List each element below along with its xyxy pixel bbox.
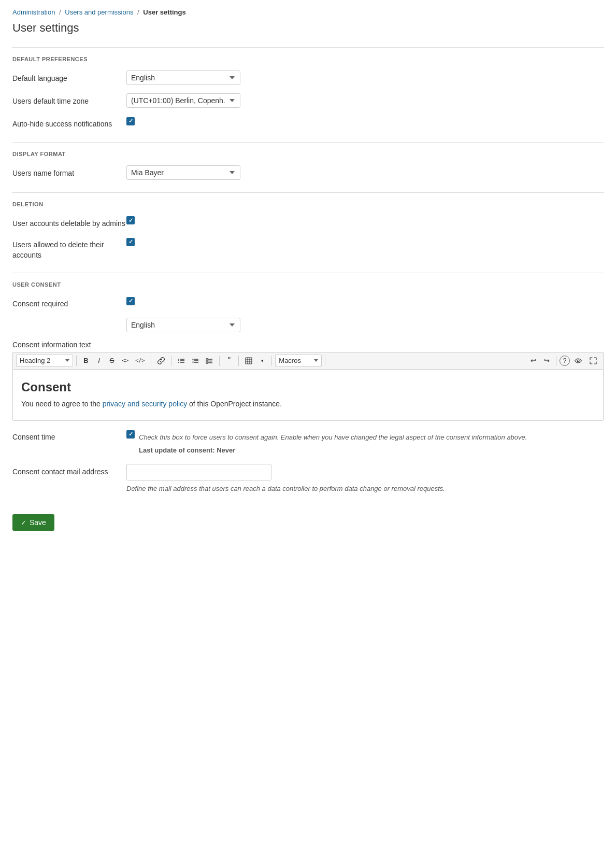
toolbar-strikethrough-btn[interactable]: S	[106, 355, 118, 367]
svg-rect-14	[206, 360, 208, 362]
svg-point-2	[178, 360, 179, 361]
toolbar-divider-2	[151, 356, 151, 366]
toolbar-divider-6	[271, 356, 272, 366]
toolbar-fullscreen-btn[interactable]	[586, 355, 600, 367]
save-icon: ✓	[21, 519, 26, 527]
toolbar-table-btn[interactable]	[242, 355, 255, 367]
control-users-delete-own	[126, 237, 604, 246]
toolbar-group-heading: Heading 1 Heading 2 Heading 3 Paragraph	[16, 355, 73, 367]
breadcrumb-admin-link[interactable]: Administration	[12, 8, 55, 16]
select-consent-language[interactable]: English German French	[126, 318, 240, 332]
label-users-name-format: Users name format	[12, 165, 126, 179]
control-auto-hide	[126, 116, 604, 125]
section-display-format: DISPLAY FORMAT Users name format Mia Bay…	[12, 142, 604, 180]
editor-content-area[interactable]: Consent You need to agree to the privacy…	[12, 369, 604, 421]
section-title-deletion: DELETION	[12, 201, 604, 207]
toolbar-divider-1	[76, 356, 77, 366]
toolbar-group-blockquote: "	[223, 355, 235, 367]
row-consent-info: Consent information text Heading 1 Headi…	[12, 341, 604, 421]
label-consent-language-empty	[12, 318, 126, 321]
control-default-language: English German French Spanish	[126, 70, 604, 85]
control-consent-contact: Define the mail address that users can r…	[126, 464, 604, 494]
editor-body-text-after: of this OpenProject instance.	[187, 400, 282, 408]
consent-contact-help-text: Define the mail address that users can r…	[126, 484, 604, 494]
label-deletable-by-admins: User accounts deletable by admins	[12, 216, 126, 229]
label-consent-contact: Consent contact mail address	[12, 464, 126, 477]
row-consent-language: English German French	[12, 318, 604, 332]
label-auto-hide: Auto-hide success notifications	[12, 116, 126, 130]
toolbar-group-formatting: B I S <> </>	[80, 355, 148, 367]
label-default-timezone: Users default time zone	[12, 93, 126, 107]
select-default-language[interactable]: English German French Spanish	[126, 70, 240, 85]
input-consent-contact-mail[interactable]	[126, 464, 271, 480]
checkbox-consent-required[interactable]	[126, 297, 135, 305]
toolbar-help-btn[interactable]: ?	[560, 356, 570, 366]
section-user-consent: USER CONSENT Consent required English Ge…	[12, 273, 604, 493]
toolbar-table-dropdown-btn[interactable]: ▾	[256, 355, 268, 367]
control-consent-language: English German French	[126, 318, 604, 332]
select-macros[interactable]: Macros	[275, 355, 322, 367]
svg-point-0	[178, 359, 179, 360]
toolbar-right-group: ↩ ↪ ?	[527, 355, 600, 367]
save-label: Save	[30, 518, 46, 527]
select-heading[interactable]: Heading 1 Heading 2 Heading 3 Paragraph	[16, 355, 73, 367]
toolbar-inline-code-btn[interactable]: <>	[119, 355, 132, 367]
control-users-name-format: Mia Bayer Bayer, Mia mia_bayer	[126, 165, 604, 180]
svg-point-4	[178, 362, 179, 363]
select-default-timezone[interactable]: (UTC+01:00) Berlin, Copenh...	[126, 93, 240, 108]
toolbar-preview-btn[interactable]	[571, 355, 585, 367]
toolbar-group-macros: Macros	[275, 355, 322, 367]
row-deletable-by-admins: User accounts deletable by admins	[12, 216, 604, 229]
page-title: User settings	[12, 21, 604, 35]
toolbar-divider-8	[556, 356, 556, 366]
row-default-language: Default language English German French S…	[12, 70, 604, 85]
row-users-name-format: Users name format Mia Bayer Bayer, Mia m…	[12, 165, 604, 180]
control-consent-time: Check this box to force users to consent…	[126, 429, 604, 456]
checkbox-deletable-by-admins[interactable]	[126, 216, 135, 224]
toolbar-bold-btn[interactable]: B	[80, 355, 92, 367]
editor-toolbar: Heading 1 Heading 2 Heading 3 Paragraph …	[12, 352, 604, 369]
section-title-default-preferences: DEFAULT PREFERENCES	[12, 56, 604, 62]
toolbar-numbered-list-btn[interactable]: 1.2.3.	[189, 355, 202, 367]
consent-time-last-update: Last update of consent: Never	[139, 445, 527, 456]
save-button[interactable]: ✓ Save	[12, 514, 54, 531]
toolbar-group-lists: 1.2.3.	[175, 355, 216, 367]
breadcrumb-current: User settings	[143, 8, 185, 16]
breadcrumb-users-link[interactable]: Users and permissions	[65, 8, 133, 16]
checkbox-auto-hide[interactable]	[126, 117, 135, 125]
toolbar-group-table: ▾	[242, 355, 268, 367]
label-users-delete-own: Users allowed to delete their accounts	[12, 237, 126, 260]
toolbar-blockquote-btn[interactable]: "	[223, 355, 235, 367]
checkbox-consent-time[interactable]	[126, 430, 135, 439]
toolbar-divider-4	[219, 356, 220, 366]
select-users-name-format[interactable]: Mia Bayer Bayer, Mia mia_bayer	[126, 165, 240, 180]
toolbar-italic-btn[interactable]: I	[93, 355, 105, 367]
row-consent-contact: Consent contact mail address Define the …	[12, 464, 604, 494]
control-deletable-by-admins	[126, 216, 604, 225]
toolbar-task-list-btn[interactable]	[203, 355, 216, 367]
label-consent-time: Consent time	[12, 429, 126, 443]
consent-time-help-text: Check this box to force users to consent…	[139, 432, 527, 443]
section-deletion: DELETION User accounts deletable by admi…	[12, 192, 604, 261]
breadcrumb-separator-1: /	[59, 8, 61, 16]
row-consent-time: Consent time Check this box to force use…	[12, 429, 604, 456]
label-default-language: Default language	[12, 70, 126, 84]
toolbar-divider-3	[171, 356, 171, 366]
editor-privacy-link[interactable]: privacy and security policy	[103, 400, 187, 408]
svg-point-23	[577, 360, 579, 362]
breadcrumb-separator-2: /	[137, 8, 139, 16]
row-consent-required: Consent required	[12, 296, 604, 309]
toolbar-undo-btn[interactable]: ↩	[527, 355, 539, 367]
svg-rect-16	[206, 362, 208, 363]
toolbar-redo-btn[interactable]: ↪	[540, 355, 553, 367]
row-users-delete-own: Users allowed to delete their accounts	[12, 237, 604, 260]
editor-heading: Consent	[21, 380, 595, 394]
toolbar-bullet-list-btn[interactable]	[175, 355, 188, 367]
toolbar-link-btn[interactable]	[154, 355, 168, 367]
section-default-preferences: DEFAULT PREFERENCES Default language Eng…	[12, 47, 604, 130]
control-default-timezone: (UTC+01:00) Berlin, Copenh...	[126, 93, 604, 108]
label-consent-info-text: Consent information text	[12, 341, 91, 349]
svg-rect-12	[206, 358, 208, 360]
toolbar-code-block-btn[interactable]: </>	[132, 355, 148, 367]
checkbox-users-delete-own[interactable]	[126, 238, 135, 246]
